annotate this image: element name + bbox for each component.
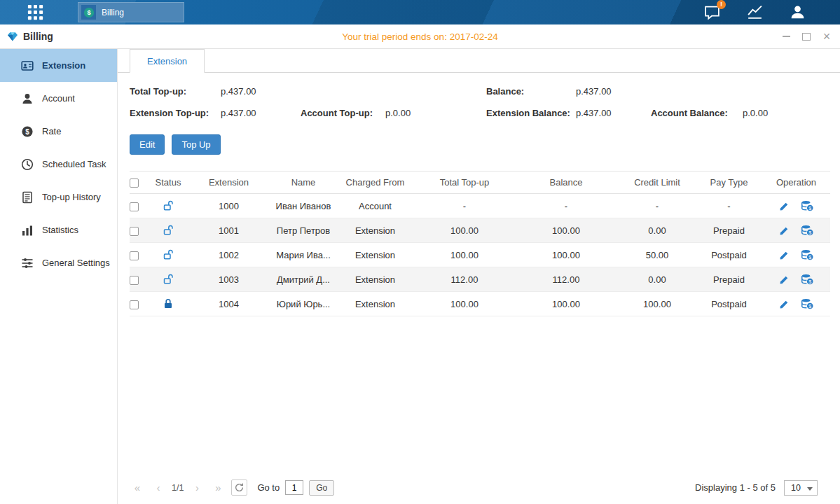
lock-closed-icon	[163, 298, 174, 309]
extension-card-icon	[21, 59, 34, 72]
extension-table: Status Extension Name Charged From Total…	[130, 171, 830, 316]
cell-balance: 112.00	[514, 267, 619, 292]
balance-value: p.437.00	[576, 86, 612, 97]
sidebar-item-general-settings[interactable]: General Settings	[0, 246, 117, 279]
topup-icon[interactable]	[801, 249, 813, 260]
cell-credit-limit: 100.00	[619, 292, 696, 316]
table-row[interactable]: 1003 Дмитрий Д... Extension 112.00 112.0…	[130, 267, 830, 292]
page-size-select[interactable]: 10	[784, 480, 818, 496]
sidebar-item-rate[interactable]: Rate	[0, 115, 117, 148]
topup-icon[interactable]	[801, 274, 813, 285]
total-topup-value: p.437.00	[221, 86, 256, 97]
row-checkbox[interactable]	[130, 251, 139, 260]
cell-name: Юрий Юрь...	[272, 292, 335, 316]
table-row[interactable]: 1001 Петр Петров Extension 100.00 100.00…	[130, 218, 830, 243]
cell-pay-type: Postpaid	[696, 243, 762, 267]
maximize-icon[interactable]	[801, 31, 811, 41]
sidebar-item-topup-history[interactable]: Top-up History	[0, 181, 117, 214]
close-icon[interactable]	[822, 31, 832, 41]
cell-balance: 100.00	[514, 243, 619, 267]
cell-extension: 1004	[186, 292, 272, 316]
sidebar: Extension Account Rate Scheduled Task To…	[0, 49, 118, 504]
row-checkbox[interactable]	[130, 202, 139, 211]
lock-open-icon	[163, 200, 174, 211]
cell-total-topup: 100.00	[415, 243, 514, 267]
sidebar-item-account[interactable]: Account	[0, 82, 117, 115]
table-header-row: Status Extension Name Charged From Total…	[130, 172, 830, 194]
row-checkbox[interactable]	[130, 276, 139, 285]
extension-topup-label: Extension Top-up:	[130, 108, 209, 118]
cell-total-topup: -	[415, 194, 514, 218]
lock-open-icon	[163, 249, 174, 260]
sidebar-item-label: Scheduled Task	[42, 159, 106, 169]
balance-label: Balance:	[486, 86, 524, 97]
sliders-icon	[21, 257, 34, 270]
refresh-icon[interactable]	[231, 479, 247, 496]
cell-pay-type: Postpaid	[696, 292, 762, 316]
cell-balance: 100.00	[514, 292, 619, 316]
notifications-icon[interactable]: !	[703, 4, 721, 21]
user-account-icon[interactable]	[789, 4, 806, 21]
last-page-icon[interactable]: »	[210, 480, 226, 496]
edit-icon[interactable]	[779, 201, 790, 211]
extension-balance-value: p.437.00	[576, 108, 612, 118]
col-operation: Operation	[762, 172, 830, 194]
resource-monitor-icon[interactable]	[746, 4, 764, 21]
topup-icon[interactable]	[801, 225, 813, 236]
edit-icon[interactable]	[779, 274, 790, 285]
col-balance: Balance	[514, 172, 619, 194]
topbar-billing-tab[interactable]: Billing	[78, 2, 184, 22]
cell-total-topup: 100.00	[415, 292, 514, 316]
edit-button[interactable]: Edit	[130, 134, 165, 155]
edit-icon[interactable]	[779, 250, 790, 260]
go-button[interactable]: Go	[309, 480, 334, 496]
total-topup-label: Total Top-up:	[130, 86, 186, 97]
page-size-value: 10	[791, 483, 801, 493]
tab-extension[interactable]: Extension	[130, 49, 205, 73]
window-title: Billing	[23, 31, 53, 42]
sidebar-item-statistics[interactable]: Statistics	[0, 214, 117, 246]
edit-icon[interactable]	[779, 299, 790, 309]
cell-extension: 1002	[186, 243, 272, 267]
table-row[interactable]: 1002 Мария Ива... Extension 100.00 100.0…	[130, 243, 830, 267]
col-total-topup: Total Top-up	[415, 172, 514, 194]
goto-label: Go to	[257, 482, 280, 493]
notification-badge: !	[717, 0, 726, 9]
minimize-icon[interactable]	[781, 31, 791, 41]
topup-icon[interactable]	[801, 200, 813, 211]
cell-pay-type: -	[696, 194, 762, 218]
sidebar-item-label: Account	[42, 93, 75, 104]
next-page-icon[interactable]: ›	[189, 480, 205, 496]
sidebar-item-label: Top-up History	[42, 192, 101, 202]
pagination-bar: « ‹ 1/1 › » Go to Go Displaying 1 - 5 of…	[130, 479, 830, 496]
account-topup-value: p.0.00	[385, 108, 411, 118]
goto-page-input[interactable]	[285, 480, 303, 495]
apps-grid-icon[interactable]	[27, 4, 44, 21]
cell-pay-type: Prepaid	[696, 218, 762, 243]
chevron-down-icon	[807, 487, 813, 491]
account-topup-label: Account Top-up:	[301, 108, 373, 118]
first-page-icon[interactable]: «	[130, 480, 145, 496]
extension-topup-value: p.437.00	[221, 108, 256, 118]
sidebar-item-extension[interactable]: Extension	[0, 49, 117, 82]
cell-name: Дмитрий Д...	[272, 267, 335, 292]
sidebar-item-label: Extension	[42, 60, 85, 71]
row-checkbox[interactable]	[130, 227, 139, 236]
cell-total-topup: 112.00	[415, 267, 514, 292]
prev-page-icon[interactable]: ‹	[151, 480, 166, 496]
topup-icon[interactable]	[801, 298, 813, 309]
table-row[interactable]: 1000 Иван Иванов Account - - - -	[130, 194, 830, 218]
top-up-button[interactable]: Top Up	[172, 134, 220, 155]
cell-total-topup: 100.00	[415, 218, 514, 243]
tab-strip: Extension	[118, 49, 840, 73]
lock-open-icon	[163, 225, 174, 236]
main-panel: Extension Total Top-up: p.437.00 Balance…	[118, 49, 840, 504]
row-checkbox[interactable]	[130, 300, 139, 309]
billing-dollar-icon	[81, 5, 96, 20]
sidebar-item-scheduled-task[interactable]: Scheduled Task	[0, 148, 117, 181]
table-row[interactable]: 1004 Юрий Юрь... Extension 100.00 100.00…	[130, 292, 830, 316]
select-all-checkbox[interactable]	[130, 178, 139, 188]
col-pay-type: Pay Type	[696, 172, 762, 194]
col-credit-limit: Credit Limit	[619, 172, 696, 194]
edit-icon[interactable]	[779, 225, 790, 236]
